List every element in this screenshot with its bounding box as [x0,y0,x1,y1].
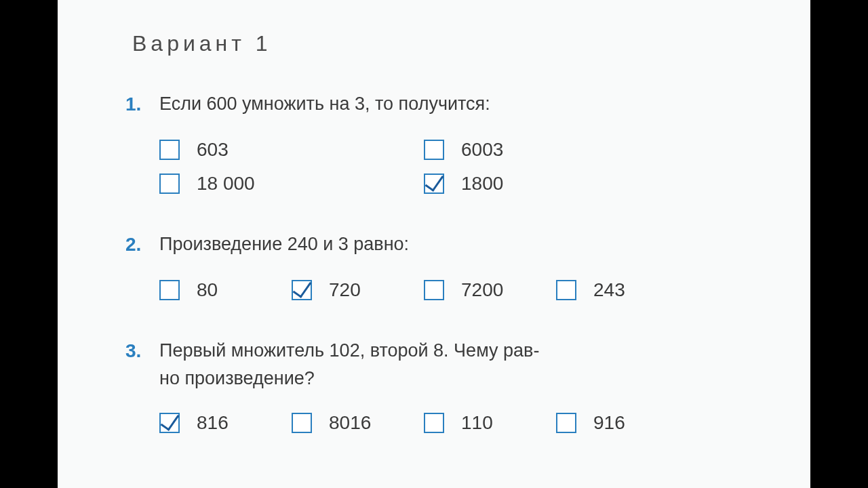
checkbox[interactable] [424,280,444,300]
option-label: 6003 [461,136,503,164]
option-item: 6003 [424,136,688,164]
checkbox-checked[interactable] [292,280,312,300]
right-black-bar [810,0,868,488]
checkbox-checked[interactable] [159,413,180,433]
option-label: 18 000 [197,169,255,198]
checkbox[interactable] [159,174,180,194]
option-item: 243 [556,276,688,304]
option-label: 603 [197,136,229,164]
option-label: 110 [461,409,493,437]
page-content: Вариант 1 1. Если 600 умножить на 3, то … [58,0,810,488]
checkbox[interactable] [424,413,444,433]
option-label: 8016 [329,409,371,437]
options-group: 816 8016 110 916 [159,409,776,443]
question-number: 1. [125,90,159,119]
question-header: 1. Если 600 умножить на 3, то получится: [125,90,776,119]
question-number: 2. [125,230,159,259]
checkbox[interactable] [556,413,576,433]
option-label: 243 [593,276,625,304]
option-item: 916 [556,409,688,437]
checkbox[interactable] [292,413,312,433]
option-item: 18 000 [159,169,424,198]
option-item: 8016 [292,409,424,437]
question-2: 2. Произведение 240 и 3 равно: 80 720 72… [125,230,776,310]
question-header: 3. Первый множитель 102, второй 8. Чему … [125,337,776,392]
checkbox[interactable] [159,140,180,160]
question-header: 2. Произведение 240 и 3 равно: [125,230,776,259]
checkbox-checked[interactable] [424,174,444,194]
option-label: 80 [197,276,218,304]
checkbox[interactable] [159,280,180,300]
question-number: 3. [125,337,159,365]
option-item: 603 [159,136,424,164]
option-item: 1800 [424,169,688,198]
option-item: 720 [292,276,424,304]
option-label: 916 [593,409,625,437]
option-item: 7200 [424,276,556,304]
option-label: 7200 [461,276,503,304]
left-black-bar [0,0,58,488]
options-group: 603 6003 18 000 1800 [159,136,776,203]
option-label: 1800 [461,169,503,198]
question-text: Первый множитель 102, второй 8. Чему рав… [159,337,776,392]
variant-title: Вариант 1 [132,27,776,60]
question-text: Если 600 умножить на 3, то получится: [159,90,776,118]
question-1: 1. Если 600 умножить на 3, то получится:… [125,90,776,203]
option-item: 80 [159,276,292,304]
option-item: 110 [424,409,556,437]
option-label: 720 [329,276,361,304]
question-text: Произведение 240 и 3 равно: [159,230,776,258]
options-group: 80 720 7200 243 [159,276,776,310]
checkbox[interactable] [424,140,444,160]
option-label: 816 [197,409,229,437]
option-item: 816 [159,409,292,437]
checkbox[interactable] [556,280,576,300]
question-3: 3. Первый множитель 102, второй 8. Чему … [125,337,776,443]
